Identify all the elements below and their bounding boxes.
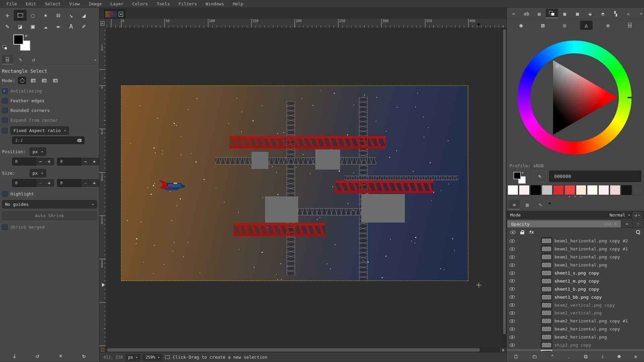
tab-patterns-2-icon[interactable]: ▩ xyxy=(571,9,584,18)
new-layer-button[interactable]: 🗋 xyxy=(514,354,519,360)
fixed-aspect-dropdown[interactable]: Fixed Aspect ratio▾ xyxy=(10,126,69,135)
panel-menu-icon[interactable]: ◂ xyxy=(640,11,643,16)
foreground-mini-swatch[interactable] xyxy=(514,172,521,179)
layer-thumbnail[interactable] xyxy=(541,286,552,292)
layer-visibility-icon[interactable] xyxy=(509,271,515,275)
ink-tool[interactable]: ✐ xyxy=(77,21,90,32)
new-group-button[interactable]: 🗀 xyxy=(532,354,537,360)
mode-add-button[interactable] xyxy=(29,77,37,84)
fg-bg-mini-selector[interactable]: ⇄ xyxy=(514,172,524,181)
layer-row[interactable]: ship2.png copy xyxy=(507,341,644,349)
opacity-plus-button[interactable]: + xyxy=(633,220,644,228)
reset-options-button[interactable]: ↻ xyxy=(82,352,86,359)
layer-row[interactable]: beam1_horizontal.png xyxy=(507,261,644,269)
antialiasing-checkbox[interactable] xyxy=(2,88,8,94)
tab-channels[interactable]: ▥ xyxy=(522,200,533,210)
unit-dropdown[interactable]: px▾ xyxy=(125,354,140,361)
tab-undo-history[interactable]: ↺ xyxy=(28,55,39,65)
tab-patterns-icon[interactable]: ▦ xyxy=(558,9,571,18)
raise-layer-button[interactable]: ⌃ xyxy=(551,354,554,360)
save-tool-preset-button[interactable]: ⤓ xyxy=(13,352,16,359)
search-icon[interactable] xyxy=(636,230,641,235)
quick-mask-button[interactable] xyxy=(99,348,106,352)
transform-tool[interactable]: ↘ xyxy=(65,10,77,21)
size-height-plus-button[interactable]: + xyxy=(90,180,99,186)
delete-layer-button[interactable]: ✕ xyxy=(634,354,637,360)
restore-options-button[interactable]: ↺ xyxy=(36,352,39,359)
position-y-input[interactable]: 0 xyxy=(57,158,81,166)
size-height-input[interactable]: 0 xyxy=(57,179,81,187)
fixed-checkbox[interactable] xyxy=(2,128,8,133)
tab-layers[interactable]: ≡ xyxy=(508,200,520,210)
color-swatch[interactable] xyxy=(542,185,552,195)
mode-reset-button[interactable]: ↺▾ xyxy=(633,212,642,218)
canvas-image[interactable] xyxy=(121,85,468,281)
visibility-icon[interactable] xyxy=(510,230,516,234)
ruler-corner-button[interactable]: ▸ xyxy=(99,19,106,28)
tab-palettes-icon[interactable]: ◒ xyxy=(584,9,596,18)
layer-visibility-icon[interactable] xyxy=(509,263,515,267)
color-swatch[interactable] xyxy=(576,185,587,195)
opacity-slider[interactable]: Opacity 100.0 xyxy=(507,220,621,228)
bucket-fill-tool[interactable]: ◢ xyxy=(77,10,90,21)
layer-visibility-icon[interactable] xyxy=(509,335,515,339)
foreground-color-swatch[interactable] xyxy=(13,35,23,45)
lock-icon[interactable] xyxy=(520,230,524,234)
layer-visibility-icon[interactable] xyxy=(509,279,515,283)
layer-row[interactable]: sheet1_s.png copy xyxy=(507,269,644,277)
layer-thumbnail[interactable] xyxy=(541,326,552,332)
layer-visibility-icon[interactable] xyxy=(509,327,515,331)
color-swatch[interactable] xyxy=(565,185,575,195)
vertical-scrollbar[interactable] xyxy=(502,28,506,348)
position-x-input[interactable]: 0 xyxy=(12,158,36,166)
menu-filters[interactable]: Filters xyxy=(174,1,201,7)
edit-color-button[interactable]: ✎ xyxy=(533,171,546,182)
size-width-plus-button[interactable]: + xyxy=(45,180,54,186)
tab-watercolor[interactable]: ◎ xyxy=(558,21,571,30)
panel-menu-icon[interactable]: ◂ xyxy=(94,58,96,62)
position-x-minus-button[interactable]: − xyxy=(36,158,45,165)
layer-thumbnail[interactable] xyxy=(541,334,552,340)
tab-device-status[interactable]: ✎ xyxy=(15,55,26,65)
menu-view[interactable]: View xyxy=(65,1,84,7)
color-swatch[interactable] xyxy=(598,185,609,195)
hex-color-input[interactable]: 000000 xyxy=(549,171,641,182)
layer-visibility-icon[interactable] xyxy=(509,343,515,347)
horizontal-ruler[interactable]: 050100150200250300350400 xyxy=(106,19,506,28)
aspect-ratio-input[interactable]: 1:1 ✕ xyxy=(12,136,85,144)
shrink-merged-checkbox[interactable] xyxy=(2,224,8,230)
menu-select[interactable]: Select xyxy=(41,1,65,7)
tab-wheel[interactable]: ◬ xyxy=(580,21,593,30)
size-width-input[interactable]: 0 xyxy=(12,179,36,187)
color-swatch[interactable] xyxy=(610,185,621,195)
layer-thumbnail[interactable] xyxy=(541,342,552,348)
vertical-ruler[interactable]: -50050100150200 xyxy=(99,28,106,348)
size-height-minus-button[interactable]: − xyxy=(81,180,90,186)
layer-thumbnail[interactable] xyxy=(541,302,552,308)
color-swatch[interactable] xyxy=(530,185,541,195)
layer-thumbnail[interactable] xyxy=(541,246,552,252)
tab-easel[interactable]: ⌸ xyxy=(624,21,636,30)
layer-visibility-icon[interactable] xyxy=(509,255,515,259)
menu-help[interactable]: Help xyxy=(228,1,248,7)
mode-replace-button[interactable] xyxy=(18,77,26,84)
opacity-minus-button[interactable]: − xyxy=(621,220,633,228)
guides-dropdown[interactable]: No guides▾ xyxy=(2,200,97,208)
menu-file[interactable]: File xyxy=(2,1,21,7)
color-swatch[interactable] xyxy=(587,185,598,195)
horizontal-scrollbar[interactable] xyxy=(106,348,500,352)
tab-fg-bg-colors[interactable] xyxy=(546,9,558,18)
default-colors-icon[interactable] xyxy=(3,45,7,49)
color-swatch[interactable] xyxy=(507,185,518,195)
rounded-corners-checkbox[interactable] xyxy=(2,108,8,113)
layer-row[interactable]: beam2_horizontal.png copy #1 xyxy=(507,317,644,325)
vertical-scrollbar-thumb[interactable] xyxy=(503,29,506,334)
tab-palettes-2-icon[interactable]: ◓ xyxy=(597,9,609,18)
empty-swatch[interactable] xyxy=(633,185,643,195)
tab-selection-editor-icon[interactable]: ▫ xyxy=(622,9,635,18)
pencil-tool[interactable]: ✎ xyxy=(1,21,14,32)
close-icon[interactable]: ✕ xyxy=(119,12,123,17)
horizontal-scrollbar-thumb[interactable] xyxy=(107,348,480,352)
layer-visibility-icon[interactable] xyxy=(509,287,515,291)
move-tool[interactable]: ✛ xyxy=(1,10,14,21)
